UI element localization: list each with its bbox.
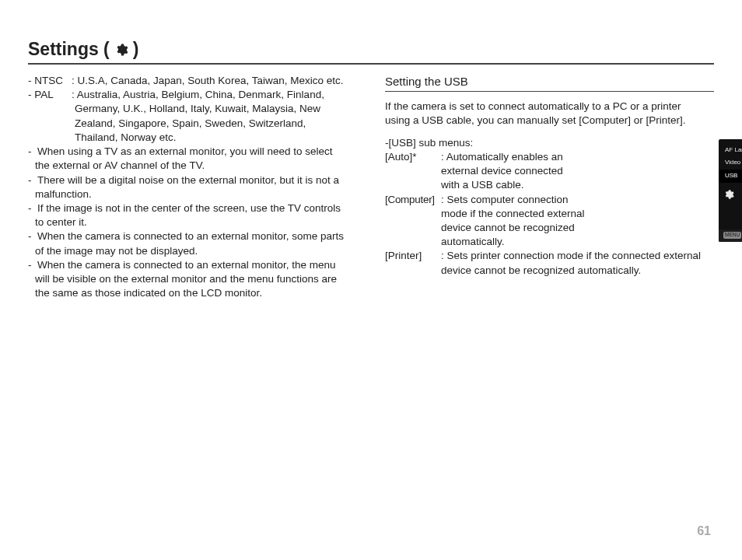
ntsc-text: : U.S.A, Canada, Japan, South Korea, Tai… xyxy=(72,74,343,88)
bullet-4a: When the camera is connected to an exter… xyxy=(37,229,344,243)
usb-printer-key: [Printer] xyxy=(385,249,438,263)
bullet-3a: If the image is not in the center of the… xyxy=(37,201,341,215)
bullet-1a: When using a TV as an external monitor, … xyxy=(37,145,332,159)
usb-printer-v2: device cannot be recognized automaticall… xyxy=(441,264,641,278)
gear-icon xyxy=(723,189,734,200)
shot-usb-label: USB xyxy=(725,172,737,180)
bullet-4b: of the image may not be displayed. xyxy=(28,244,357,258)
pal-label: - PAL xyxy=(28,88,68,102)
intro-2: using a USB cable, you can manually set … xyxy=(385,114,714,128)
bullet-5a: When the camera is connected to an exter… xyxy=(37,258,335,272)
pal-text-3: Zealand, Singapore, Spain, Sweden, Switz… xyxy=(28,117,357,131)
usb-sub-label: -[USB] sub menus: xyxy=(385,136,589,150)
camera-screenshot: AF Lamp ▲ On Video Out NTSC USB xyxy=(719,139,742,242)
pal-text-2: Germany, U.K., Holland, Italy, Kuwait, M… xyxy=(28,102,357,116)
bullet-2a: There will be a digital noise on the ext… xyxy=(37,173,339,187)
page-title: Settings ( ) xyxy=(28,39,714,60)
bullet-3b: to center it. xyxy=(28,215,357,229)
right-column: Setting the USB If the camera is set to … xyxy=(385,74,714,301)
ntsc-label: - NTSC xyxy=(28,74,68,88)
usb-computer-v4: automatically. xyxy=(441,235,505,249)
bullet-5b: will be visible on the external monitor … xyxy=(28,272,357,286)
menu-button-icon: MENU xyxy=(723,232,741,239)
usb-auto-key: [Auto]* xyxy=(385,150,438,164)
section-setting-usb: Setting the USB xyxy=(385,74,714,92)
title-prefix: Settings ( xyxy=(28,39,110,60)
shot-video-out-label: Video Out xyxy=(725,159,742,167)
intro-1: If the camera is set to connect automati… xyxy=(385,100,714,114)
usb-auto-v3: with a USB cable. xyxy=(441,178,524,192)
pal-text-1: : Australia, Austria, Belgium, China, De… xyxy=(72,88,324,102)
pal-text-4: Thailand, Norway etc. xyxy=(28,131,357,145)
usb-computer-key: [Computer] xyxy=(385,193,438,207)
gear-icon xyxy=(114,43,128,57)
shot-back[interactable]: MENU Back xyxy=(723,232,742,240)
title-rule xyxy=(28,63,714,65)
left-column: - NTSC : U.S.A, Canada, Japan, South Kor… xyxy=(28,74,357,301)
title-suffix: ) xyxy=(133,39,139,60)
usb-computer-v3: device cannot be recognized xyxy=(441,221,575,235)
usb-auto-v2: external device connected xyxy=(441,164,563,178)
bullet-5c: the same as those indicated on the LCD m… xyxy=(28,286,357,300)
page-number: 61 xyxy=(697,524,711,538)
bullet-1b: the external or AV channel of the TV. xyxy=(28,159,357,173)
usb-computer-v1: : Sets computer connection xyxy=(441,193,569,207)
shot-af-lamp-label: AF Lamp xyxy=(725,146,742,155)
usb-printer-v1: : Sets printer connection mode if the co… xyxy=(441,249,701,263)
usb-auto-v1: : Automatically enables an xyxy=(441,150,563,164)
usb-computer-v2: mode if the connected external xyxy=(441,207,585,221)
bullet-2b: malfunction. xyxy=(28,187,357,201)
